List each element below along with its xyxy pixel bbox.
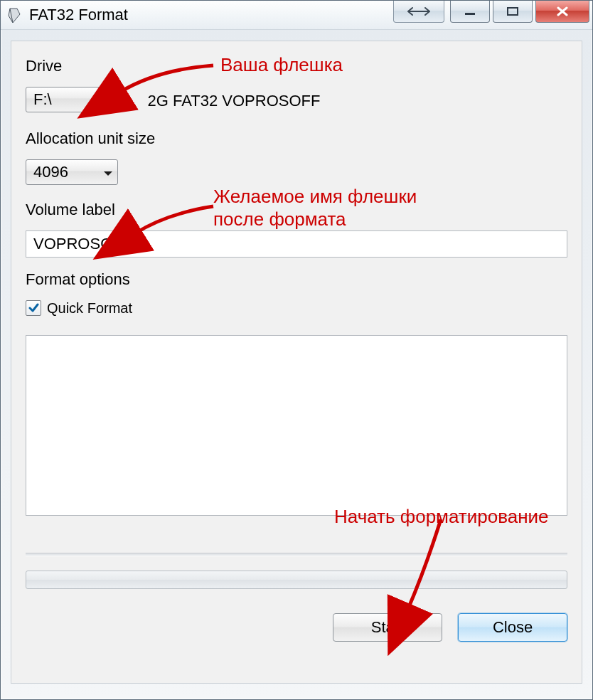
- drive-label: Drive: [26, 57, 567, 75]
- log-listbox[interactable]: [26, 335, 567, 516]
- start-button-label: Start: [371, 618, 404, 637]
- window-title: FAT32 Format: [29, 6, 128, 24]
- quick-format-label: Quick Format: [47, 300, 132, 317]
- alloc-label: Allocation unit size: [26, 129, 567, 148]
- minimize-button[interactable]: [450, 1, 490, 23]
- app-icon: [6, 7, 22, 23]
- resize-tab[interactable]: [393, 1, 444, 23]
- close-button[interactable]: Close: [458, 613, 567, 642]
- drive-info-text: 2G FAT32 VOPROSOFF: [148, 88, 321, 114]
- quick-format-checkbox[interactable]: [26, 300, 41, 316]
- chevron-down-icon: [103, 90, 113, 109]
- start-button[interactable]: Start: [333, 613, 442, 642]
- drive-combobox-value: F:\: [33, 90, 52, 109]
- format-options-label: Format options: [26, 270, 567, 289]
- volume-label-input[interactable]: [26, 230, 567, 258]
- titlebar[interactable]: FAT32 Format: [1, 1, 592, 30]
- close-button-label: Close: [493, 618, 533, 637]
- svg-rect-1: [508, 8, 518, 15]
- alloc-combobox[interactable]: 4096: [26, 159, 118, 185]
- alloc-combobox-value: 4096: [33, 163, 68, 181]
- svg-rect-0: [465, 13, 475, 15]
- maximize-button[interactable]: [493, 1, 533, 23]
- volume-label-label: Volume label: [26, 201, 567, 219]
- chevron-down-icon: [103, 163, 113, 181]
- drive-combobox[interactable]: F:\: [26, 87, 118, 112]
- close-window-button[interactable]: [535, 1, 589, 23]
- app-window: FAT32 Format Drive: [0, 0, 593, 700]
- dialog-body: Drive F:\ 2G FAT32 VOPROSOFF Allocation …: [11, 41, 582, 684]
- progress-bar: [26, 571, 567, 589]
- window-controls: [450, 1, 589, 23]
